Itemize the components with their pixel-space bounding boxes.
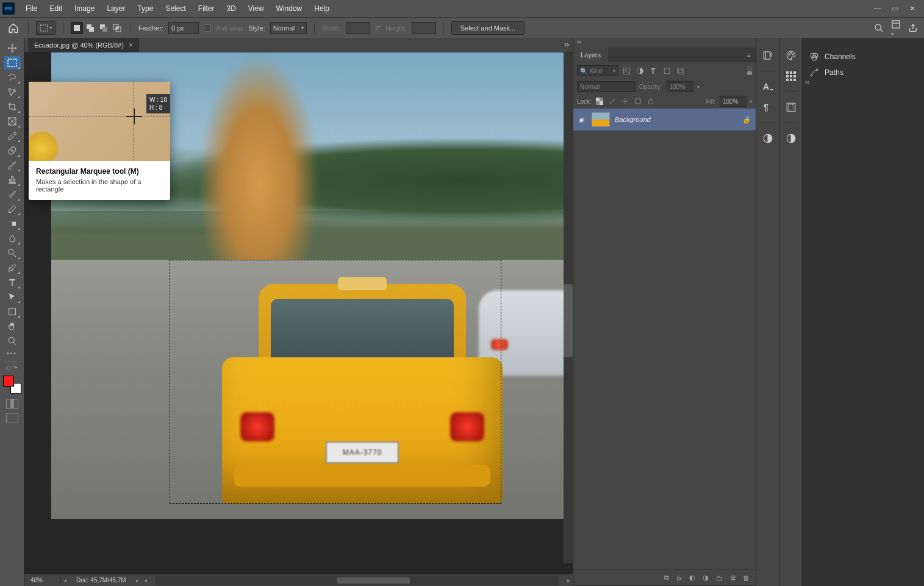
close-button[interactable]: ✕: [909, 4, 915, 13]
fx-icon[interactable]: fx: [676, 574, 682, 582]
history-brush-tool[interactable]: [4, 188, 21, 201]
current-tool-icon[interactable]: ▾: [36, 21, 56, 35]
healing-tool[interactable]: [4, 144, 21, 157]
menu-image[interactable]: Image: [68, 0, 101, 17]
zoom-level[interactable]: 40%: [24, 577, 61, 584]
filter-smart-icon[interactable]: [675, 65, 686, 76]
minimize-button[interactable]: —: [873, 4, 881, 13]
filter-shape-icon[interactable]: [661, 65, 672, 76]
collapse-icon[interactable]: ‹‹: [805, 78, 809, 85]
vertical-scrollbar[interactable]: [564, 52, 573, 563]
mask-icon[interactable]: ◐: [689, 574, 695, 582]
brush-tool[interactable]: [4, 159, 21, 172]
paths-panel-button[interactable]: Paths: [803, 65, 924, 80]
menu-select[interactable]: Select: [159, 0, 192, 17]
home-button[interactable]: [6, 21, 21, 35]
adjustment-icon[interactable]: ◑: [703, 574, 709, 582]
menu-edit[interactable]: Edit: [43, 0, 68, 17]
intersect-selection-icon[interactable]: [111, 22, 123, 34]
stamp-tool[interactable]: [4, 173, 21, 187]
crop-tool[interactable]: [4, 100, 21, 113]
menu-view[interactable]: View: [242, 0, 270, 17]
foreground-color[interactable]: [3, 376, 14, 387]
palette-panel-icon[interactable]: [784, 49, 798, 62]
menu-help[interactable]: Help: [308, 0, 335, 17]
style-select[interactable]: Normal▾: [270, 22, 307, 34]
blur-tool[interactable]: [4, 232, 21, 245]
marquee-tool[interactable]: [4, 56, 21, 70]
menu-filter[interactable]: Filter: [192, 0, 221, 17]
search-icon[interactable]: [874, 23, 884, 33]
lock-all-icon[interactable]: [646, 96, 656, 106]
layers-list[interactable]: [573, 130, 756, 570]
pen-tool[interactable]: [4, 261, 21, 274]
menu-window[interactable]: Window: [270, 0, 309, 17]
path-select-tool[interactable]: [4, 290, 21, 304]
gradient-tool[interactable]: [4, 217, 21, 230]
visibility-icon[interactable]: ◉: [578, 116, 587, 124]
layer-name[interactable]: Background: [615, 116, 651, 123]
screen-mode-button[interactable]: [6, 413, 18, 423]
paragraph-panel-icon[interactable]: ¶: [761, 101, 775, 114]
layer-thumbnail[interactable]: [592, 112, 610, 127]
menu-file[interactable]: File: [20, 0, 43, 17]
document-size[interactable]: Doc: 45,7M/45,7M: [69, 577, 134, 584]
swatches-panel-icon[interactable]: [784, 70, 798, 83]
panel-menu-icon[interactable]: ≡: [742, 48, 756, 62]
styles-panel-icon[interactable]: [784, 101, 798, 114]
share-icon[interactable]: [908, 23, 918, 33]
lock-icon[interactable]: 🔒: [742, 116, 751, 124]
lock-position-icon[interactable]: [620, 96, 630, 106]
subtract-selection-icon[interactable]: [98, 22, 110, 34]
color-swatches[interactable]: [3, 376, 21, 394]
filter-adjust-icon[interactable]: [634, 65, 645, 76]
quick-select-tool[interactable]: [4, 85, 21, 99]
filter-toggle[interactable]: [747, 66, 752, 75]
swap-swatch-icon[interactable]: ◻↷: [6, 365, 18, 371]
feather-input[interactable]: [168, 22, 199, 34]
history-panel-icon[interactable]: [761, 49, 775, 62]
hand-tool[interactable]: [4, 320, 21, 333]
canvas[interactable]: MAA-3770 W : 18 H : 8 Rectangular Ma: [24, 52, 573, 574]
filter-pixel-icon[interactable]: [621, 65, 632, 76]
filter-kind-select[interactable]: 🔍 Kind▾: [577, 65, 618, 76]
eyedropper-tool[interactable]: [4, 129, 21, 143]
channels-panel-button[interactable]: Channels: [803, 49, 924, 65]
link-layers-icon[interactable]: ⧉: [664, 574, 669, 582]
frame-tool[interactable]: [4, 115, 21, 128]
fill-input[interactable]: 100%: [720, 96, 747, 107]
new-layer-icon[interactable]: ⊞: [730, 574, 736, 582]
quick-mask-button[interactable]: [6, 399, 18, 409]
edit-toolbar[interactable]: •••: [7, 350, 17, 357]
workspace-icon[interactable]: ▾: [891, 20, 901, 37]
menu-3d[interactable]: 3D: [220, 0, 242, 17]
select-and-mask-button[interactable]: Select and Mask...: [451, 21, 525, 35]
lasso-tool[interactable]: [4, 71, 21, 84]
blend-mode-select[interactable]: Normal: [577, 81, 636, 92]
layers-tab[interactable]: Layers: [573, 48, 608, 62]
eraser-tool[interactable]: [4, 202, 21, 216]
delete-layer-icon[interactable]: 🗑: [743, 574, 750, 582]
adjustments-panel-icon[interactable]: [784, 132, 798, 145]
close-tab-icon[interactable]: ×: [129, 41, 133, 49]
shape-tool[interactable]: [4, 305, 21, 318]
character-panel-icon[interactable]: A: [761, 80, 775, 93]
collapse-icon[interactable]: ‹‹: [573, 38, 756, 48]
layer-row-background[interactable]: ◉ Background 🔒: [573, 109, 756, 130]
move-tool[interactable]: [4, 41, 21, 55]
opacity-input[interactable]: 100%: [667, 81, 693, 92]
dodge-tool[interactable]: [4, 246, 21, 260]
new-selection-icon[interactable]: [71, 22, 83, 34]
color-panel-icon[interactable]: [761, 132, 775, 145]
document-tab[interactable]: Ecuador.jpg @ 40% (RGB/8#) ×: [28, 38, 139, 52]
group-icon[interactable]: 🗀: [716, 574, 723, 582]
menu-type[interactable]: Type: [131, 0, 159, 17]
zoom-tool[interactable]: [4, 334, 21, 348]
horizontal-scrollbar[interactable]: [156, 576, 559, 585]
maximize-button[interactable]: ▭: [892, 4, 898, 13]
add-selection-icon[interactable]: [84, 22, 96, 34]
menu-layer[interactable]: Layer: [101, 0, 131, 17]
collapse-panels-icon[interactable]: ››: [564, 40, 569, 49]
type-tool[interactable]: [4, 276, 21, 289]
lock-artboard-icon[interactable]: [633, 96, 643, 106]
